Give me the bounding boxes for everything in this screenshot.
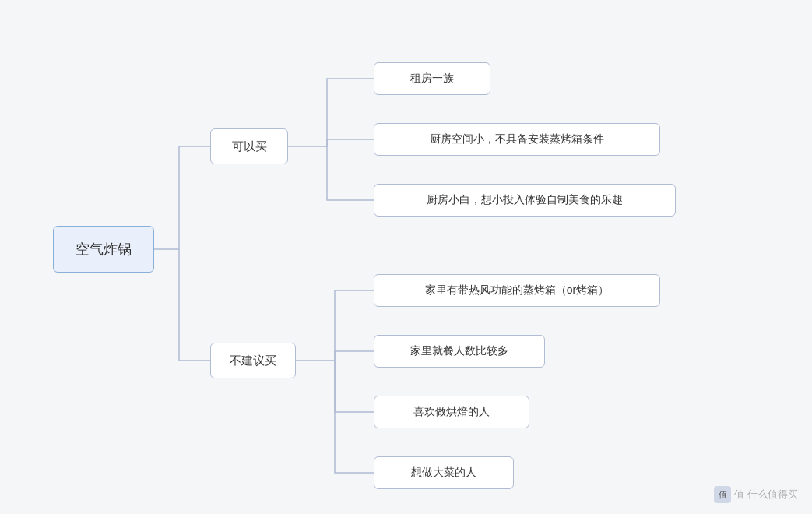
watermark-icon: 值 xyxy=(714,486,731,503)
leaf-node-1: 厨房空间小，不具备安装蒸烤箱条件 xyxy=(374,123,660,156)
leaf-node-0: 租房一族 xyxy=(374,62,490,95)
mid-node-nobuy: 不建议买 xyxy=(210,343,296,378)
root-node: 空气炸锅 xyxy=(53,226,154,273)
watermark: 值 值 什么值得买 xyxy=(714,486,798,503)
leaf-node-4: 家里就餐人数比较多 xyxy=(374,335,545,368)
watermark-text: 值 什么值得买 xyxy=(734,488,798,502)
leaf-node-2: 厨房小白，想小投入体验自制美食的乐趣 xyxy=(374,184,676,217)
leaf-node-5: 喜欢做烘焙的人 xyxy=(374,396,529,428)
leaf-node-3: 家里有带热风功能的蒸烤箱（or烤箱） xyxy=(374,274,660,307)
leaf-node-6: 想做大菜的人 xyxy=(374,456,514,489)
mind-map-canvas: 空气炸锅 可以买 不建议买 租房一族 厨房空间小，不具备安装蒸烤箱条件 厨房小白… xyxy=(0,0,812,514)
mid-node-buy: 可以买 xyxy=(210,128,288,164)
